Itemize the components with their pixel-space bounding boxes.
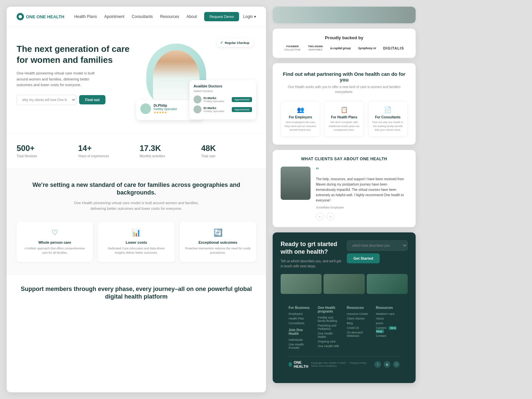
testimonial-avatar [281, 167, 311, 200]
navbar: ONE ONE HEALTH Health Plans Apointment C… [7, 7, 266, 27]
footer-link-fertility[interactable]: Fertility and family Building [318, 316, 342, 323]
partner-section: Find out what partnering with One health… [273, 63, 416, 145]
footer-link-client-stories[interactable]: Client Stories [347, 317, 371, 320]
partner-employers-desc: Give employees the care they need and an… [284, 120, 317, 132]
nav-about[interactable]: About [187, 14, 197, 19]
stat-num-users: 48K [201, 144, 256, 153]
backer-twosigma: TWO-SIGMAVENTURES [308, 45, 323, 51]
prev-arrow[interactable]: ← [316, 212, 324, 220]
footer-link-about[interactable]: About [376, 317, 400, 320]
footer-link-consultants[interactable]: Consultants [289, 322, 313, 325]
avail-doc-name-2: Dr.Marko [203, 106, 224, 110]
footer-link-careers[interactable]: Careers We're hiring! [376, 326, 400, 333]
backed-title: Proudly backed by [281, 35, 408, 40]
footer-col-resources-1: Resources resource Center Client Stories… [347, 306, 371, 351]
standard-section: We're setting a new standard of care for… [7, 168, 266, 275]
partner-title: Find out what partnering with One health… [281, 71, 408, 82]
backers-row: FOUNDERCOLLECTIVE TWO-SIGMAVENTURES ia c… [281, 45, 408, 51]
footer-link-milk[interactable]: One Health Milk [318, 344, 342, 348]
hero-search-bar: why my clients will love One health Find… [17, 95, 136, 105]
footer-link-employers[interactable]: Employers [289, 312, 313, 316]
cta-desc: Tell us which describes you, and we'll g… [281, 259, 341, 269]
footer-link-contact[interactable]: Contact [376, 334, 400, 337]
avail-avatar-2 [194, 105, 201, 113]
facebook-icon[interactable]: f [374, 361, 381, 368]
footer-link-press[interactable]: press [376, 322, 400, 325]
nav-health-plans[interactable]: Health Plans [74, 14, 97, 19]
nav-appointment[interactable]: Apointment [104, 14, 124, 19]
avail-doc-name-1: Dr.Marko [203, 96, 224, 100]
feature-title-3: Exceptional outcomes [185, 240, 251, 244]
footer-link-individuals[interactable]: Individuals [289, 338, 313, 341]
footer-link-ongoing[interactable]: Ongoing care [318, 340, 342, 343]
stat-label-years: Years of experiences [78, 154, 133, 158]
standard-desc: One Health pioneering virtual care model… [66, 200, 206, 212]
avail-doc-row-2: Dr.Marko Fertility Specialist Appointmen… [194, 105, 252, 113]
footer-social: f ◉ 𝕏 [374, 361, 400, 368]
footer-link-resource-center[interactable]: resource Center [347, 312, 371, 316]
available-title: Availble Doctors [194, 84, 252, 88]
footer-link-blog[interactable]: Blog [347, 322, 371, 325]
testimonial-author: Snowflake Employee [316, 206, 408, 209]
appointment-btn-2[interactable]: Appointment [232, 107, 252, 112]
doctor-specialty: Fertility Specialist [154, 107, 177, 111]
partner-options: 👥 For Employers Give employees the care … [281, 101, 408, 137]
hero-left: The next generation of care for women an… [17, 40, 136, 123]
partner-health-plans-desc: We don't complete with traditional healt… [328, 120, 360, 132]
testimonial-body: " The help, resources, and support I hav… [281, 167, 408, 220]
backer-digitalis: DIGITALIS [383, 46, 404, 50]
footer-link-parenting[interactable]: Parenting and Pediatrics [318, 324, 342, 331]
feature-lower-costs: 📊 Lower costs Dedicated Care Advocates a… [98, 222, 174, 262]
footer-link-healthplan[interactable]: Health Plan [289, 317, 313, 320]
feature-title-1: Whole person care [22, 240, 87, 244]
footer-col-programs: One Health programs Fertility and family… [318, 306, 342, 351]
logo-icon [17, 13, 24, 20]
login-button[interactable]: Login ▾ [243, 14, 256, 19]
twitter-icon[interactable]: 𝕏 [393, 361, 400, 368]
standard-title: We're setting a new standard of care for… [17, 181, 256, 197]
footer-col-business: For Business Employers Health Plan Consu… [289, 306, 313, 351]
backer-symphony: Symphony AI [358, 47, 376, 50]
footer-link-provider[interactable]: One Health Provider [289, 343, 313, 349]
employers-icon: 👥 [284, 106, 317, 113]
doctor-avatar [140, 103, 151, 114]
footer-link-webinars[interactable]: On-demand Webinars [347, 331, 371, 337]
footer-bottom: ONE HEALTH Copyright One Health © 2022 ·… [289, 356, 400, 368]
instagram-icon[interactable]: ◉ [384, 361, 390, 368]
footer-col-title-2: One Health programs [318, 306, 342, 313]
feature-title-2: Lower costs [103, 240, 169, 244]
nav-consultants[interactable]: Consultants [132, 14, 153, 19]
clients-select[interactable]: why my clients will love One health [17, 95, 76, 105]
footer-grid: For Business Employers Health Plan Consu… [289, 306, 400, 351]
footer-link-covid[interactable]: Covid-19 [347, 326, 371, 330]
stat-num-years: 14+ [78, 144, 133, 153]
testimonial-section-title: WHAT CLIENTS SAY ABOUT ONE HEALTH [281, 157, 408, 161]
feature-outcomes: 🔄 Exceptional outcomes Proactive interve… [180, 222, 256, 262]
find-out-button[interactable]: Find out [79, 95, 105, 104]
check-icon: ✓ [220, 41, 223, 45]
footer-link-newborn[interactable]: Newborn care [376, 312, 400, 316]
footer-link-wallet[interactable]: One Health Wallet [318, 332, 342, 338]
available-doctors-card: Availble Doctors Select Doctors Dr.Marko… [190, 80, 256, 119]
nav-right: Request Demo Login ▾ [204, 12, 256, 21]
logo[interactable]: ONE ONE HEALTH [17, 13, 64, 20]
avail-avatar-1 [194, 95, 201, 103]
get-started-button[interactable]: Get Started [347, 253, 380, 263]
cta-title: Ready to grt started with one health? [281, 240, 341, 256]
cta-section: Ready to grt started with one health? Te… [273, 232, 416, 383]
appointment-btn-1[interactable]: Appointment [232, 97, 252, 102]
cta-select[interactable]: which best describes you [347, 240, 408, 251]
main-website-panel: ONE ONE HEALTH Health Plans Apointment C… [7, 7, 266, 392]
nav-links: Health Plans Apointment Consultants Reso… [74, 14, 204, 19]
testimonial-navigation: ← → [316, 212, 408, 220]
request-demo-button[interactable]: Request Demo [204, 12, 239, 21]
checkup-badge: ✓ Regular Checkup [217, 39, 253, 47]
stat-label-users: Total user [201, 154, 256, 158]
cta-image-3 [367, 274, 408, 294]
nav-resources[interactable]: Resources [160, 14, 179, 19]
logo-text: ONE ONE HEALTH [26, 14, 64, 19]
next-arrow[interactable]: → [327, 212, 334, 220]
cta-images [281, 274, 408, 294]
footer-logo: ONE HEALTH [289, 360, 311, 368]
stats-section: 500+ Total Reviews 14+ Years of experien… [7, 133, 266, 168]
